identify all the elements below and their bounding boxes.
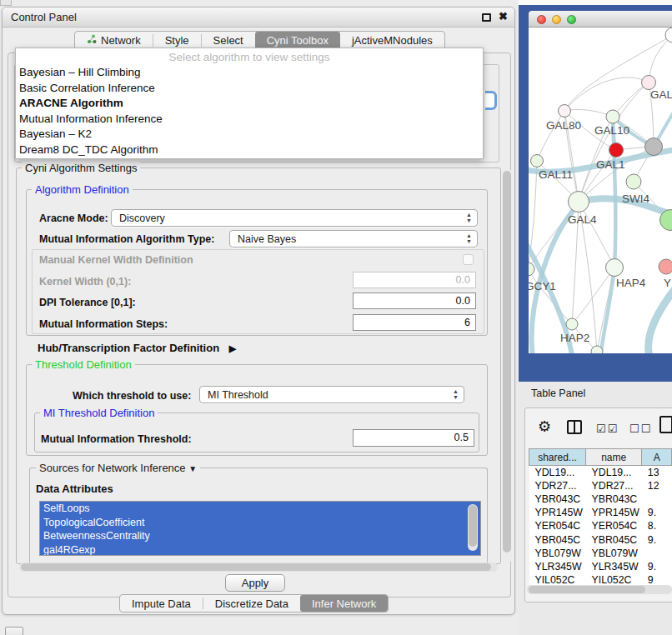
node-label: SWI4 (622, 192, 649, 205)
hub-definition-toggle[interactable]: Hub/Transcription Factor Definition ▶ (38, 342, 236, 354)
table-column-header[interactable]: A (642, 449, 672, 466)
close-traffic-light-icon[interactable] (537, 15, 546, 24)
settings-horizontal-scrollbar[interactable] (19, 562, 498, 572)
data-attributes-list[interactable]: SelfLoopsTopologicalCoefficientBetweenne… (39, 501, 481, 556)
network-tab-icon (87, 34, 97, 47)
tab-discretize-data[interactable]: Discretize Data (203, 595, 300, 612)
algorithm-option[interactable]: Mutual Information Inference (16, 112, 483, 128)
network-node[interactable] (626, 174, 641, 189)
table-cell: YER054C (586, 519, 642, 532)
network-node[interactable] (529, 262, 534, 276)
network-node[interactable] (591, 346, 603, 353)
algorithm-option[interactable]: Basic Correlation Inference (16, 81, 483, 97)
settings-vertical-scrollbar[interactable] (502, 168, 512, 563)
new-table-icon[interactable] (659, 416, 672, 433)
network-node[interactable] (659, 259, 672, 274)
gear-icon[interactable]: ⚙ (538, 418, 551, 436)
network-node[interactable] (642, 76, 656, 90)
network-edge (537, 111, 564, 161)
close-window-icon[interactable]: ✖ (499, 10, 508, 22)
mi-type-value: Naive Bayes (238, 233, 296, 245)
tab-network[interactable]: Network (75, 32, 153, 49)
attribute-option[interactable]: gal4RGexp (40, 543, 480, 557)
network-window-titlebar[interactable] (529, 11, 672, 28)
table-row[interactable]: YDL19...YDL19...13 (529, 466, 672, 479)
mi-threshold-field[interactable]: 0.5 (353, 429, 474, 447)
table-cell: YBR045C (586, 532, 642, 546)
mi-type-label: Mutual Information Algorithm Type: (39, 233, 214, 245)
sources-toggle[interactable]: Sources for Network Inference ▼ (36, 462, 200, 474)
network-node[interactable] (569, 192, 589, 212)
attribute-option[interactable]: SelfLoops (40, 502, 480, 516)
table-row[interactable]: YLR345WYLR345W9. (529, 560, 672, 573)
network-node[interactable] (606, 110, 619, 123)
table-cell: YLR345W (529, 560, 586, 573)
which-threshold-value: MI Threshold (208, 389, 268, 401)
table-column-header[interactable]: name (586, 449, 642, 466)
table-row[interactable]: YDR27...YDR27...12 (529, 479, 672, 492)
network-node[interactable] (531, 155, 544, 168)
kernel-width-field[interactable]: 0.0 (353, 272, 476, 288)
window-title: Control Panel (11, 11, 77, 23)
table-column-header[interactable]: shared... (529, 449, 586, 466)
tab-infer-network[interactable]: Infer Network (300, 595, 388, 612)
table-row[interactable]: YPR145WYPR145W9. (529, 506, 672, 519)
table-cell: YBL079W (586, 547, 642, 560)
network-node[interactable] (566, 318, 578, 330)
network-node[interactable] (665, 28, 672, 42)
algorithm-option[interactable]: ARACNE Algorithm (16, 96, 483, 112)
network-node[interactable] (606, 259, 624, 277)
table-row[interactable]: YBR043CYBR043C (529, 492, 672, 506)
threshold-definition-title: Threshold Definition (32, 358, 135, 371)
aracne-mode-combobox[interactable]: Discovery ▲▼ (111, 209, 478, 227)
cyni-bottom-tabs: Impute Data Discretize Data Infer Networ… (119, 594, 389, 612)
which-threshold-combobox[interactable]: MI Threshold ▲▼ (199, 386, 464, 403)
manual-kernel-checkbox[interactable] (463, 254, 474, 265)
minimize-traffic-light-icon[interactable] (552, 15, 561, 24)
network-edge (564, 109, 613, 117)
table-cell: YDL19... (529, 466, 586, 479)
tab-cyni-toolbox[interactable]: Cyni Toolbox (255, 32, 340, 49)
network-node[interactable] (609, 143, 624, 158)
mi-steps-field[interactable]: 6 (353, 314, 476, 331)
table-row[interactable]: YBR045CYBR045C9. (529, 532, 672, 546)
combo-arrows-icon: ▲▼ (453, 388, 459, 400)
dpi-tolerance-field[interactable]: 0.0 (353, 292, 476, 309)
network-node[interactable] (559, 105, 571, 118)
bottom-left-icon[interactable] (5, 627, 23, 635)
select-all-columns-icon[interactable]: ☑☑ (596, 422, 619, 435)
table-row[interactable]: YER054CYER054C8. (529, 519, 672, 532)
table-cell: 12 (642, 479, 672, 492)
network-view-canvas[interactable]: GALGAL80GAL10GAL1GAL11SWI4GAL4GCY1HAP4YH… (529, 28, 672, 353)
table-row[interactable]: YBL079WYBL079W (529, 547, 672, 560)
tab-style[interactable]: Style (153, 32, 201, 49)
attribute-option[interactable]: BetweennessCentrality (40, 529, 480, 543)
algorithm-option[interactable]: Bayesian – K2 (16, 127, 483, 142)
network-node[interactable] (645, 138, 663, 156)
table-cell: YER054C (529, 519, 586, 532)
algorithm-combobox-focus-ring[interactable] (485, 91, 497, 110)
mi-type-combobox[interactable]: Naive Bayes ▲▼ (229, 230, 478, 248)
table-cell: YDR27... (529, 479, 586, 492)
attributes-list-scrollbar[interactable] (468, 504, 478, 551)
tab-select[interactable]: Select (202, 32, 255, 49)
columns-icon[interactable] (567, 420, 582, 434)
table-horizontal-scrollbar[interactable] (527, 585, 672, 594)
tab-jactivemnodules[interactable]: jActiveMNodules (340, 32, 444, 49)
tab-impute-data[interactable]: Impute Data (120, 595, 203, 612)
algorithm-option[interactable]: Dream8 DC_TDC Algorithm (16, 142, 483, 158)
apply-button[interactable]: Apply (225, 574, 285, 592)
dropdown-placeholder: Select algorithm to view settings (16, 48, 483, 65)
table-cell: 9. (642, 532, 672, 546)
float-window-icon[interactable] (482, 13, 491, 22)
zoom-traffic-light-icon[interactable] (567, 15, 576, 24)
table-cell (642, 547, 672, 560)
deselect-all-columns-icon[interactable]: ☐☐ (629, 422, 652, 435)
attribute-option[interactable]: TopologicalCoefficient (40, 516, 480, 530)
algorithm-option[interactable]: Bayesian – Hill Climbing (16, 65, 483, 81)
data-attributes-label: Data Attributes (36, 482, 113, 495)
control-panel-titlebar[interactable]: Control Panel ✖ (3, 8, 514, 28)
manual-kernel-label: Manual Kernel Width Definition (39, 254, 193, 266)
dpi-tolerance-label: DPI Tolerance [0,1]: (39, 297, 136, 308)
sources-title: Sources for Network Inference (39, 462, 186, 474)
